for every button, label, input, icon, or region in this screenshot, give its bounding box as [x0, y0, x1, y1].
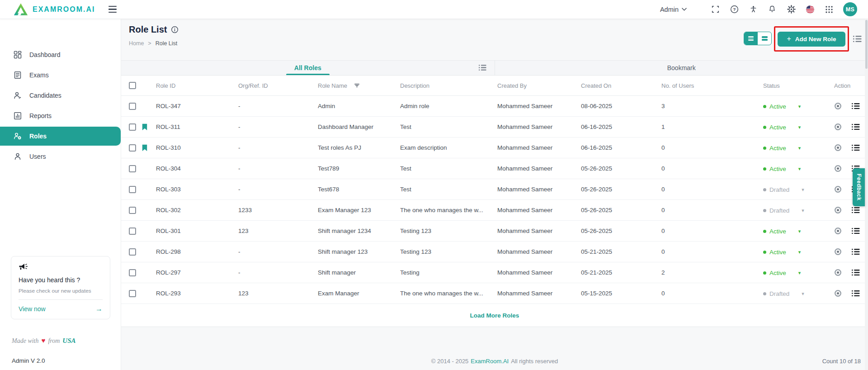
feedback-tab[interactable]: Feedback — [853, 168, 865, 206]
avatar[interactable]: MS — [843, 2, 857, 16]
row-menu-icon[interactable] — [852, 123, 860, 130]
add-new-role-button[interactable]: + Add New Role — [778, 32, 845, 47]
apps-grid-icon[interactable] — [824, 5, 834, 14]
examroom-logo[interactable]: EXAMROOM.AI — [14, 3, 95, 16]
cell-org-ref: 123 — [238, 228, 318, 234]
sidebar-item-users[interactable]: Users — [0, 147, 121, 166]
sidebar-item-reports[interactable]: Reports — [0, 106, 121, 125]
row-menu-icon[interactable] — [852, 290, 860, 297]
cell-role-id: ROL-303 — [156, 186, 238, 193]
scrollbar-thumb[interactable] — [865, 20, 868, 69]
status-dropdown-arrow[interactable]: ▾ — [798, 270, 801, 276]
row-checkbox[interactable] — [129, 207, 136, 214]
cell-created-on: 08-06-2025 — [581, 103, 661, 109]
admin-dropdown[interactable]: Admin — [660, 6, 687, 13]
view-icon[interactable] — [834, 185, 842, 193]
view-icon[interactable] — [834, 102, 842, 110]
status-dropdown-arrow[interactable]: ▾ — [798, 104, 801, 109]
status-dropdown-arrow[interactable]: ▾ — [798, 124, 801, 130]
bell-icon[interactable] — [767, 5, 777, 14]
row-menu-icon[interactable] — [852, 144, 860, 151]
status-badge[interactable]: Active ▾ — [763, 145, 801, 152]
row-menu-icon[interactable] — [852, 269, 860, 276]
row-menu-icon[interactable] — [852, 103, 860, 109]
gear-icon[interactable] — [786, 5, 796, 14]
fullscreen-icon[interactable] — [710, 5, 720, 14]
status-dropdown-arrow[interactable]: ▾ — [802, 187, 804, 193]
status-badge[interactable]: Active ▾ — [763, 249, 801, 256]
status-badge[interactable]: Drafted ▾ — [763, 290, 804, 297]
cell-created-on: 06-16-2025 — [581, 144, 661, 151]
status-dropdown-arrow[interactable]: ▾ — [798, 145, 801, 151]
row-checkbox[interactable] — [129, 123, 136, 131]
view-icon[interactable] — [834, 144, 842, 152]
tab-bookmark[interactable]: Bookmark — [495, 61, 868, 75]
sidebar-item-label: Roles — [29, 133, 47, 140]
status-badge[interactable]: Active ▾ — [763, 124, 801, 131]
cell-role-name: Admin — [318, 103, 400, 109]
status-dot — [763, 209, 766, 212]
status-dropdown-arrow[interactable]: ▾ — [798, 249, 801, 255]
view-icon[interactable] — [834, 206, 842, 214]
table-row: ROL-311 - Dashboard Manager Test Mohamme… — [121, 117, 868, 138]
view-icon[interactable] — [834, 289, 842, 297]
us-flag-icon[interactable] — [805, 5, 815, 14]
cell-users: 0 — [661, 186, 763, 193]
accessibility-icon[interactable] — [748, 5, 758, 14]
column-settings-icon[interactable] — [853, 35, 862, 43]
country-label: USA — [62, 337, 75, 345]
view-icon[interactable] — [834, 227, 842, 235]
row-checkbox[interactable] — [129, 103, 136, 110]
tab-all-roles[interactable]: All Roles — [121, 61, 495, 75]
status-badge[interactable]: Active ▾ — [763, 228, 801, 235]
cell-role-id: ROL-311 — [156, 123, 238, 130]
heart-icon: ♥ — [42, 337, 46, 345]
status-dropdown-arrow[interactable]: ▾ — [802, 208, 804, 213]
list-view-button[interactable] — [744, 32, 758, 45]
row-menu-icon[interactable] — [852, 228, 860, 234]
sidebar-item-exams[interactable]: Exams — [0, 66, 121, 85]
status-dropdown-arrow[interactable]: ▾ — [802, 291, 804, 297]
sidebar-item-roles[interactable]: Roles — [0, 127, 121, 146]
info-icon[interactable] — [171, 26, 179, 33]
card-view-button[interactable] — [758, 32, 771, 45]
menu-hamburger-icon[interactable] — [108, 6, 117, 13]
tab-list-icon[interactable] — [479, 64, 486, 71]
row-checkbox[interactable] — [129, 165, 136, 172]
view-icon[interactable] — [834, 123, 842, 131]
column-users: No. of Users — [661, 82, 763, 89]
row-checkbox[interactable] — [129, 228, 136, 235]
status-badge[interactable]: Active ▾ — [763, 270, 801, 276]
arrow-right-icon[interactable]: → — [95, 305, 103, 313]
sidebar-nav: Dashboard Exams Candidates — [0, 19, 121, 166]
view-icon[interactable] — [834, 248, 842, 256]
status-badge[interactable]: Active ▾ — [763, 103, 801, 110]
status-dropdown-arrow[interactable]: ▾ — [798, 166, 801, 172]
filter-icon[interactable] — [354, 83, 359, 88]
breadcrumb: Home > Role List — [129, 40, 177, 47]
row-menu-icon[interactable] — [852, 207, 860, 213]
sidebar-item-dashboard[interactable]: Dashboard — [0, 45, 121, 64]
view-icon[interactable] — [834, 165, 842, 172]
status-badge[interactable]: Drafted ▾ — [763, 186, 804, 193]
row-checkbox[interactable] — [129, 186, 136, 193]
help-icon[interactable]: ? — [729, 5, 739, 14]
view-icon[interactable] — [834, 269, 842, 276]
row-checkbox[interactable] — [129, 144, 136, 152]
cell-org-ref: - — [238, 269, 318, 276]
row-checkbox[interactable] — [129, 269, 136, 276]
sidebar-item-candidates[interactable]: Candidates — [0, 86, 121, 105]
load-more-link[interactable]: Load More Roles — [470, 312, 519, 319]
view-now-link[interactable]: View now — [19, 305, 46, 313]
row-checkbox[interactable] — [129, 290, 136, 297]
select-all-checkbox[interactable] — [129, 82, 136, 89]
status-badge[interactable]: Drafted ▾ — [763, 207, 804, 214]
updates-title: Have you heard this ? — [19, 276, 103, 284]
status-dropdown-arrow[interactable]: ▾ — [798, 228, 801, 234]
status-badge[interactable]: Active ▾ — [763, 166, 801, 172]
footer-brand-link[interactable]: ExamRoom.AI — [471, 358, 509, 365]
top-bar: EXAMROOM.AI Admin ? — [0, 0, 868, 19]
row-menu-icon[interactable] — [852, 248, 860, 255]
row-checkbox[interactable] — [129, 248, 136, 256]
breadcrumb-home[interactable]: Home — [129, 40, 144, 47]
